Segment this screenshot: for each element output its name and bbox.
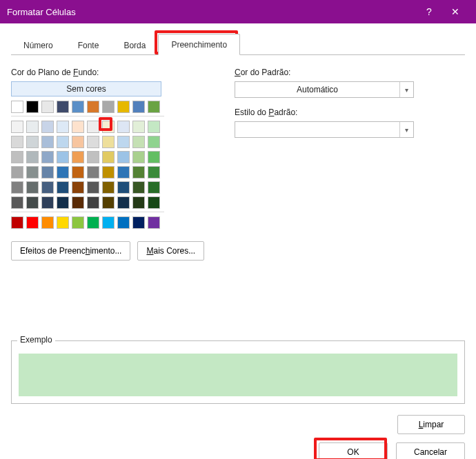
color-swatch[interactable]	[72, 196, 84, 209]
color-swatch[interactable]	[117, 196, 130, 209]
color-swatch[interactable]	[148, 181, 160, 194]
color-swatch[interactable]	[117, 101, 130, 113]
color-swatch[interactable]	[11, 101, 23, 113]
tab-borda[interactable]: Borda	[111, 35, 158, 55]
color-swatch[interactable]	[148, 151, 160, 163]
color-swatch[interactable]	[11, 181, 23, 194]
color-swatch[interactable]	[117, 136, 130, 148]
color-swatch[interactable]	[148, 196, 160, 209]
color-swatch[interactable]	[117, 166, 130, 178]
color-swatch[interactable]	[26, 166, 39, 178]
color-swatch[interactable]	[11, 166, 23, 178]
clear-button[interactable]: Limpar	[397, 415, 465, 434]
color-swatch[interactable]	[148, 216, 160, 229]
color-swatch[interactable]	[72, 121, 84, 133]
color-swatch[interactable]	[41, 216, 54, 229]
color-swatch[interactable]	[26, 181, 39, 194]
color-swatch[interactable]	[102, 216, 115, 229]
tab-fonte[interactable]: Fonte	[66, 35, 112, 55]
color-swatch[interactable]	[132, 181, 145, 194]
color-swatch[interactable]	[57, 196, 69, 209]
color-swatch[interactable]	[148, 101, 160, 113]
color-swatch[interactable]	[26, 196, 39, 209]
color-swatch[interactable]	[87, 196, 99, 209]
cancel-button[interactable]: Cancelar	[396, 442, 465, 459]
color-swatch[interactable]	[102, 136, 115, 148]
color-swatch[interactable]	[41, 136, 54, 148]
more-colors-button[interactable]: Mais Cores...	[137, 241, 204, 261]
color-swatch[interactable]	[148, 136, 160, 148]
color-swatch[interactable]	[57, 166, 69, 178]
help-icon[interactable]: ?	[417, 0, 442, 23]
color-swatch[interactable]	[87, 101, 99, 113]
color-swatch[interactable]	[87, 166, 99, 178]
color-swatch[interactable]	[117, 151, 130, 163]
color-swatch[interactable]	[132, 151, 145, 163]
color-swatch[interactable]	[41, 181, 54, 194]
color-swatch[interactable]	[72, 181, 84, 194]
fill-effects-button[interactable]: Efeitos de Preenchimento...	[11, 241, 130, 261]
right-column: Cor do Padrão: Automático ▾ Estilo do Pa…	[235, 68, 465, 261]
color-swatch[interactable]	[72, 216, 84, 229]
pattern-style-select[interactable]: ▾	[235, 121, 414, 138]
no-color-button[interactable]: Sem cores	[11, 81, 161, 96]
close-icon[interactable]: ✕	[442, 0, 469, 23]
color-swatch[interactable]	[57, 216, 69, 229]
color-swatch[interactable]	[102, 181, 115, 194]
color-swatch[interactable]	[57, 151, 69, 163]
dialog-content: Número Fonte Borda Preenchimento Cor do …	[0, 23, 476, 459]
color-swatch[interactable]	[72, 151, 84, 163]
color-swatch[interactable]	[87, 121, 99, 133]
color-swatch[interactable]	[26, 121, 39, 133]
color-swatch[interactable]	[132, 196, 145, 209]
color-swatch[interactable]	[11, 136, 23, 148]
color-swatch[interactable]	[132, 121, 145, 133]
color-swatch[interactable]	[87, 181, 99, 194]
example-legend: Exemplo	[17, 335, 55, 345]
color-swatch[interactable]	[41, 166, 54, 178]
color-swatch[interactable]	[117, 181, 130, 194]
tab-numero[interactable]: Número	[11, 35, 66, 55]
ok-button[interactable]: OK	[319, 442, 388, 459]
color-swatch[interactable]	[148, 166, 160, 178]
swatch-row	[11, 216, 164, 229]
color-swatch[interactable]	[102, 151, 115, 163]
color-swatch[interactable]	[26, 101, 39, 113]
color-swatch[interactable]	[72, 136, 84, 148]
color-swatch[interactable]	[11, 196, 23, 209]
color-swatch[interactable]	[148, 121, 160, 133]
color-swatch[interactable]	[132, 136, 145, 148]
color-swatch[interactable]	[117, 121, 130, 133]
color-swatch[interactable]	[57, 101, 69, 113]
color-swatch[interactable]	[41, 101, 54, 113]
color-swatch[interactable]	[117, 216, 130, 229]
color-swatch[interactable]	[26, 136, 39, 148]
color-swatch[interactable]	[41, 151, 54, 163]
color-swatch[interactable]	[57, 136, 69, 148]
color-swatch[interactable]	[102, 166, 115, 178]
color-swatch[interactable]	[102, 196, 115, 209]
color-swatch[interactable]	[87, 216, 99, 229]
color-swatch[interactable]	[72, 101, 84, 113]
color-swatch[interactable]	[41, 196, 54, 209]
color-swatch[interactable]	[11, 216, 23, 229]
color-swatch[interactable]	[26, 216, 39, 229]
color-swatch[interactable]	[132, 101, 145, 113]
color-swatch[interactable]	[57, 181, 69, 194]
swatch-row	[11, 101, 164, 113]
color-swatch[interactable]	[11, 151, 23, 163]
color-swatch[interactable]	[72, 166, 84, 178]
color-swatch[interactable]	[102, 121, 115, 133]
color-swatch[interactable]	[57, 121, 69, 133]
color-swatch[interactable]	[102, 101, 115, 113]
color-swatch[interactable]	[132, 216, 145, 229]
color-swatch[interactable]	[11, 121, 23, 133]
color-swatch[interactable]	[41, 121, 54, 133]
left-column: Cor do Plano de Fundo: Sem cores Efeitos…	[11, 68, 218, 261]
color-swatch[interactable]	[87, 151, 99, 163]
tab-preenchimento[interactable]: Preenchimento	[158, 34, 240, 55]
pattern-color-select[interactable]: Automático ▾	[235, 81, 414, 98]
color-swatch[interactable]	[87, 136, 99, 148]
color-swatch[interactable]	[26, 151, 39, 163]
color-swatch[interactable]	[132, 166, 145, 178]
